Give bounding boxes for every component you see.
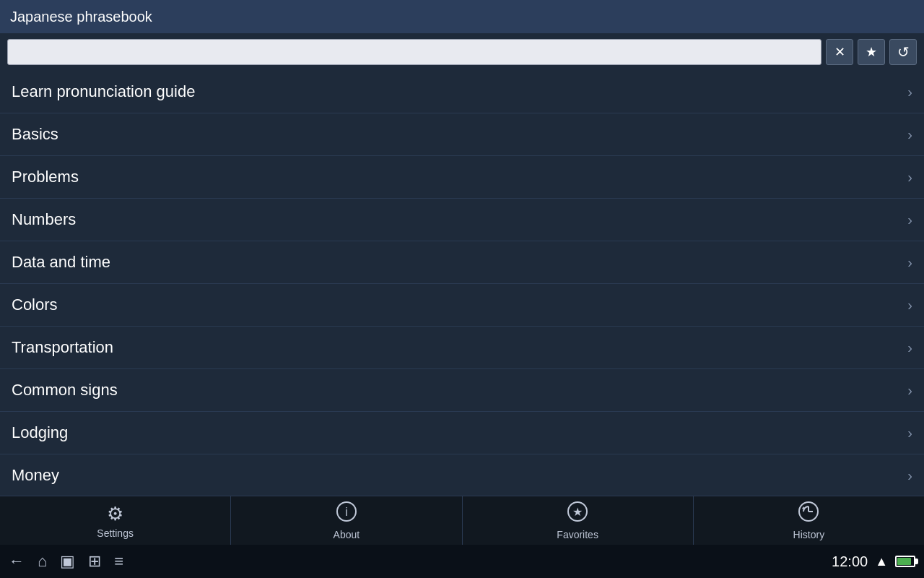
bottom-nav: ⚙SettingsiAbout★FavoritesHistory (0, 496, 924, 545)
search-bar: ✕ ★ ↺ (0, 33, 924, 71)
menu-list: Learn pronunciation guide›Basics›Problem… (0, 71, 924, 496)
menu-item-9[interactable]: Money› (0, 454, 924, 496)
history-search-button[interactable]: ↺ (889, 39, 917, 65)
search-input[interactable] (7, 39, 821, 65)
svg-text:★: ★ (572, 506, 583, 518)
chevron-icon-8: › (907, 425, 912, 441)
chevron-icon-1: › (907, 126, 912, 143)
status-time: 12:00 (832, 553, 868, 570)
nav-item-favorites[interactable]: ★Favorites (463, 496, 694, 545)
qr-button[interactable]: ⊞ (88, 552, 101, 571)
title-bar: Japanese phrasebook (0, 0, 924, 33)
nav-item-about[interactable]: iAbout (231, 496, 462, 545)
nav-item-history[interactable]: History (694, 496, 924, 545)
nav-item-settings[interactable]: ⚙Settings (0, 496, 231, 545)
settings-nav-icon: ⚙ (107, 503, 123, 525)
history-nav-icon (798, 501, 819, 527)
menu-item-label-5: Colors (12, 296, 58, 314)
menu-item-1[interactable]: Basics› (0, 113, 924, 156)
chevron-icon-2: › (907, 169, 912, 186)
menu-item-label-8: Lodging (12, 423, 68, 442)
menu-item-8[interactable]: Lodging› (0, 412, 924, 454)
about-nav-label: About (334, 529, 360, 540)
about-nav-icon: i (336, 501, 357, 527)
clear-button[interactable]: ✕ (826, 39, 853, 65)
menu-button[interactable]: ≡ (114, 552, 123, 571)
battery-icon (895, 556, 915, 567)
wifi-icon: ▲ (875, 554, 888, 569)
system-bar-left: ←⌂▣⊞≡ (9, 552, 832, 571)
svg-text:i: i (345, 506, 348, 518)
menu-item-label-2: Problems (12, 168, 79, 186)
menu-item-label-6: Transportation (12, 338, 113, 357)
menu-item-label-1: Basics (12, 125, 58, 144)
star-icon: ★ (866, 44, 877, 60)
home-button[interactable]: ⌂ (38, 552, 47, 571)
menu-item-label-0: Learn pronunciation guide (12, 82, 195, 101)
menu-item-label-9: Money (12, 466, 59, 485)
chevron-icon-7: › (907, 382, 912, 399)
menu-item-3[interactable]: Numbers› (0, 199, 924, 241)
favorites-nav-icon: ★ (567, 501, 588, 527)
chevron-icon-5: › (907, 297, 912, 314)
menu-item-label-7: Common signs (12, 381, 118, 400)
menu-item-2[interactable]: Problems› (0, 156, 924, 199)
recents-button[interactable]: ▣ (60, 552, 75, 571)
chevron-icon-3: › (907, 212, 912, 228)
system-bar: ←⌂▣⊞≡ 12:00 ▲ (0, 545, 924, 578)
history-nav-label: History (793, 529, 825, 540)
app-title: Japanese phrasebook (10, 9, 152, 25)
menu-item-0[interactable]: Learn pronunciation guide› (0, 71, 924, 113)
menu-item-label-3: Numbers (12, 210, 76, 229)
clear-icon: ✕ (834, 44, 845, 60)
system-bar-right: 12:00 ▲ (832, 553, 915, 570)
favorites-search-button[interactable]: ★ (858, 39, 885, 65)
chevron-icon-9: › (907, 467, 912, 484)
back-button[interactable]: ← (9, 552, 25, 571)
menu-item-6[interactable]: Transportation› (0, 327, 924, 369)
chevron-icon-0: › (907, 84, 912, 100)
settings-nav-label: Settings (97, 527, 134, 539)
battery-fill (897, 558, 911, 565)
favorites-nav-label: Favorites (557, 529, 598, 540)
menu-item-7[interactable]: Common signs› (0, 369, 924, 412)
menu-item-5[interactable]: Colors› (0, 284, 924, 327)
menu-item-4[interactable]: Data and time› (0, 241, 924, 284)
menu-item-label-4: Data and time (12, 253, 110, 272)
chevron-icon-6: › (907, 340, 912, 356)
history-search-icon: ↺ (897, 43, 910, 61)
chevron-icon-4: › (907, 254, 912, 271)
